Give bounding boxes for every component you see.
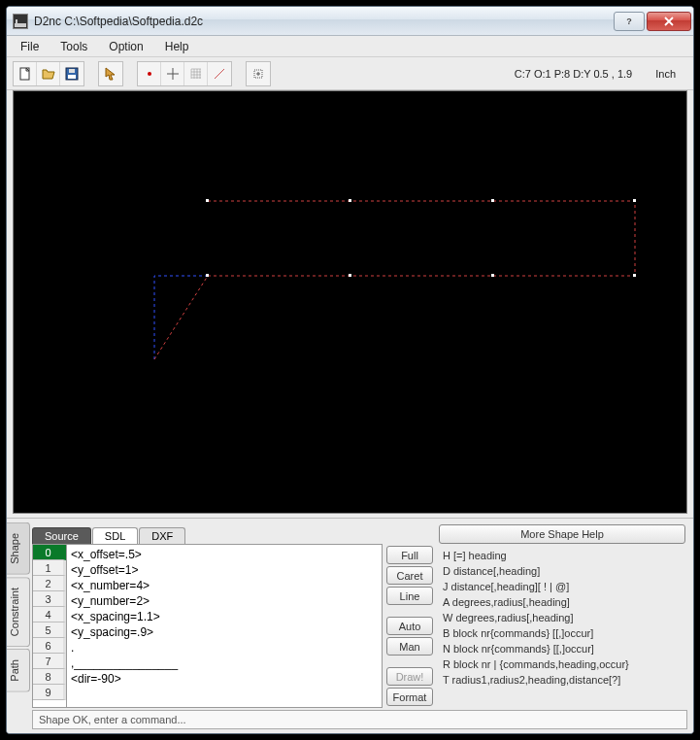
format-button[interactable]: Format [386,688,433,706]
crosshair-icon[interactable] [161,62,184,85]
new-file-icon[interactable] [14,62,37,85]
line-number-gutter[interactable]: 0 1 2 3 4 5 6 7 8 9 [32,544,67,708]
menu-file[interactable]: File [11,38,49,55]
open-file-icon[interactable] [37,62,60,85]
help-line: H [=] heading [443,548,685,563]
help-line: N block nr{commands} [[,]occur] [443,641,685,656]
svg-rect-9 [206,199,209,202]
source-editor[interactable]: <x_offset=.5> <y_offset=1> <x_number=4> … [67,544,383,708]
htab-sdl[interactable]: SDL [92,527,138,544]
svg-rect-15 [491,274,494,277]
save-file-icon[interactable] [60,62,83,85]
htab-dxf[interactable]: DXF [139,527,185,544]
cursor-icon[interactable] [99,62,122,85]
menu-option[interactable]: Option [99,38,152,55]
svg-rect-10 [349,199,351,202]
status-text: Shape OK, enter a command... [39,714,186,725]
menu-help[interactable]: Help [155,38,199,55]
svg-rect-6 [69,69,75,73]
help-line: T radius1,radius2,heading,distance[?] [443,672,685,688]
grid-icon[interactable] [184,62,208,85]
line-number[interactable]: 5 [33,622,66,638]
help-button[interactable]: ? [614,12,645,31]
svg-rect-5 [68,75,76,79]
svg-rect-1 [16,19,17,23]
drawing-canvas[interactable] [13,90,687,514]
line-number[interactable]: 0 [33,545,66,560]
toolbar: C:7 O:1 P:8 D:Y 0.5 , 1.9 Inch [7,57,693,90]
menubar: File Tools Option Help [7,36,693,57]
svg-rect-11 [491,199,494,202]
vtab-path[interactable]: Path [7,649,30,692]
window-title: D2nc C:\Softpedia\Softpedia.d2c [34,15,614,28]
status-bar: Shape OK, enter a command... [32,710,687,729]
line-number[interactable]: 8 [33,669,66,685]
line-number[interactable]: 7 [33,654,66,669]
help-line: R block nr | {commands,heading,occur} [443,656,685,672]
line-icon[interactable] [208,62,231,85]
line-number[interactable]: 3 [33,591,66,607]
help-line: W degrees,radius[,heading] [443,610,685,625]
line-number[interactable]: 9 [33,685,66,700]
draw-button[interactable]: Draw! [386,667,433,686]
line-button[interactable]: Line [386,587,433,605]
shape-help-list: H [=] heading D distance[,heading] J dis… [439,548,685,708]
full-button[interactable]: Full [386,546,433,564]
center-icon[interactable] [247,62,270,85]
htab-source[interactable]: Source [32,527,91,544]
line-number[interactable]: 1 [33,560,66,576]
menu-tools[interactable]: Tools [50,38,97,55]
close-button[interactable] [647,12,691,31]
line-number[interactable]: 4 [33,607,66,622]
svg-rect-16 [633,274,636,277]
help-line: B block nr{commands} [[,]occur] [443,625,685,641]
caret-button[interactable]: Caret [386,566,433,585]
svg-rect-0 [15,23,26,27]
svg-point-7 [148,72,151,76]
vtab-constraint[interactable]: Constraint [7,577,30,647]
unit-label[interactable]: Inch [655,68,687,80]
point-icon[interactable] [138,62,161,85]
svg-rect-14 [349,274,351,277]
help-line: J distance[,heading][ ! | @] [443,579,685,594]
svg-rect-13 [206,274,209,277]
help-line: A degrees,radius[,heading] [443,594,685,610]
more-shape-help-button[interactable]: More Shape Help [439,524,685,544]
app-icon [13,14,28,29]
man-button[interactable]: Man [386,637,433,656]
bottom-panel: Shape Constraint Path Source SDL DXF 0 [7,518,693,733]
coord-status: C:7 O:1 P:8 D:Y 0.5 , 1.9 [515,68,655,80]
help-line: D distance[,heading] [443,563,685,579]
vtab-shape[interactable]: Shape [7,522,30,575]
line-number[interactable]: 6 [33,638,66,654]
line-number[interactable]: 2 [33,576,66,591]
auto-button[interactable]: Auto [386,617,433,635]
svg-rect-12 [633,199,636,202]
svg-text:?: ? [626,17,632,26]
titlebar: D2nc C:\Softpedia\Softpedia.d2c ? [7,7,693,36]
